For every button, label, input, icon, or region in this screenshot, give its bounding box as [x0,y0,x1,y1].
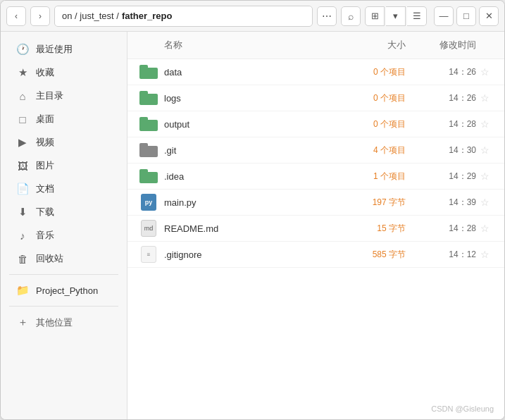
sidebar-label-document: 文档 [36,183,54,195]
picture-icon: 🖼 [16,160,29,172]
folder-icon [139,65,158,79]
file-size: 1 个项目 [335,171,406,183]
minimize-button[interactable]: — [434,6,454,26]
table-row[interactable]: .idea 1 个项目 14：29 ☆ [127,163,504,190]
view-controls: ⊞ ▾ ☰ [365,6,427,26]
file-time: 14：39 [406,197,476,209]
generic-file-icon: ≡ [141,246,156,263]
document-icon: 📄 [16,183,29,195]
file-area: 名称 大小 修改时间 data 0 个项目 14：26 ☆ logs 0 个项目… [127,32,504,419]
file-icon-1 [139,90,158,106]
sidebar-label-trash: 回收站 [36,252,63,265]
sidebar-add-location[interactable]: ＋ 其他位置 [5,311,123,334]
search-button[interactable]: ⌕ [341,6,361,26]
star-button[interactable]: ☆ [476,249,493,260]
markdown-file-icon: md [141,220,156,237]
file-icon-2 [139,116,158,132]
table-row[interactable]: data 0 个项目 14：26 ☆ [127,59,504,85]
file-name: .git [164,145,335,156]
folder-icon [139,117,158,131]
view-grid-button[interactable]: ⊞ [365,6,385,26]
star-button[interactable]: ☆ [476,66,493,78]
sidebar-item-document[interactable]: 📄 文档 [5,178,123,200]
trash-icon: 🗑 [16,253,29,265]
back-button[interactable]: ‹ [6,6,26,26]
folder-icon: 📁 [16,284,29,297]
music-icon: ♪ [16,230,29,242]
file-name: logs [164,93,335,104]
video-icon: ▶ [16,136,29,149]
header-icon-spacer [139,37,158,53]
file-time: 14：12 [406,249,476,261]
sidebar-add-label: 其他位置 [36,316,73,329]
sidebar-item-home[interactable]: ⌂ 主目录 [5,85,123,107]
desktop-icon: □ [16,113,29,125]
sidebar-project-label: Project_Python [36,285,98,296]
file-time: 14：26 [406,92,476,104]
home-icon: ⌂ [16,90,29,102]
folder-icon [139,91,158,105]
file-icon-4 [139,168,158,184]
maximize-button[interactable]: □ [456,6,476,26]
forward-button[interactable]: › [30,6,50,26]
column-size: 大小 [335,39,406,51]
file-name: output [164,119,335,130]
sidebar-item-project[interactable]: 📁 Project_Python [5,279,123,302]
star-button[interactable]: ☆ [476,223,493,234]
file-time: 14：29 [406,171,476,183]
table-row[interactable]: ≡ .gitignore 585 字节 14：12 ☆ [127,242,504,268]
close-button[interactable]: ✕ [479,6,499,26]
window: ‹ › on / just_test / father_repo ⋯ ⌕ ⊞ ▾… [0,0,505,420]
column-name: 名称 [164,39,335,51]
file-size: 4 个项目 [335,144,406,156]
star-button[interactable]: ☆ [476,197,493,208]
sidebar-divider-2 [9,306,118,307]
sidebar-label-favorites: 收藏 [36,66,54,79]
sidebar-label-video: 视频 [36,136,54,149]
sidebar-divider [9,274,118,275]
star-button[interactable]: ☆ [476,118,493,130]
file-header: 名称 大小 修改时间 [127,32,504,59]
file-size: 0 个项目 [335,92,406,104]
sidebar-item-download[interactable]: ⬇ 下载 [5,201,123,223]
file-icon-6: md [139,221,158,236]
sidebar-label-download: 下载 [36,206,54,218]
view-dropdown-button[interactable]: ▾ [386,6,406,26]
file-time: 14：28 [406,223,476,235]
star-button[interactable]: ☆ [476,92,493,104]
table-row[interactable]: output 0 个项目 14：28 ☆ [127,111,504,137]
titlebar: ‹ › on / just_test / father_repo ⋯ ⌕ ⊞ ▾… [1,1,504,32]
file-size: 0 个项目 [335,118,406,130]
file-icon-7: ≡ [139,247,158,262]
view-list-button[interactable]: ☰ [407,6,427,26]
file-time: 14：28 [406,118,476,130]
table-row[interactable]: py main.py 197 字节 14：39 ☆ [127,190,504,216]
more-button[interactable]: ⋯ [317,6,337,26]
file-name: README.md [164,223,335,234]
file-name: data [164,67,335,78]
sidebar-label-music: 音乐 [36,229,54,242]
table-row[interactable]: md README.md 15 字节 14：28 ☆ [127,216,504,242]
main-area: 🕐 最近使用 ★ 收藏 ⌂ 主目录 □ 桌面 ▶ 视频 🖼 图片 📄 文档 ⬇ … [1,32,504,419]
sidebar-item-video[interactable]: ▶ 视频 [5,131,123,154]
file-icon-0 [139,64,158,80]
download-icon: ⬇ [16,206,29,218]
sidebar-label-home: 主目录 [36,89,63,102]
sidebar-item-music[interactable]: ♪ 音乐 [5,224,123,247]
sidebar-item-recent[interactable]: 🕐 最近使用 [5,38,123,61]
table-row[interactable]: .git 4 个项目 14：30 ☆ [127,137,504,163]
table-row[interactable]: logs 0 个项目 14：26 ☆ [127,85,504,111]
sidebar-item-favorites[interactable]: ★ 收藏 [5,61,123,84]
file-size: 15 字节 [335,223,406,235]
sidebar-item-trash[interactable]: 🗑 回收站 [5,247,123,270]
add-icon: ＋ [16,316,29,329]
star-button[interactable]: ☆ [476,144,493,156]
file-time: 14：30 [406,144,476,156]
file-rows-container: data 0 个项目 14：26 ☆ logs 0 个项目 14：26 ☆ ou… [127,59,504,268]
sidebar-item-desktop[interactable]: □ 桌面 [5,108,123,130]
recent-icon: 🕐 [16,43,29,56]
file-name: main.py [164,197,335,208]
sidebar-item-picture[interactable]: 🖼 图片 [5,154,123,177]
python-file-icon: py [141,194,156,211]
star-button[interactable]: ☆ [476,171,493,182]
